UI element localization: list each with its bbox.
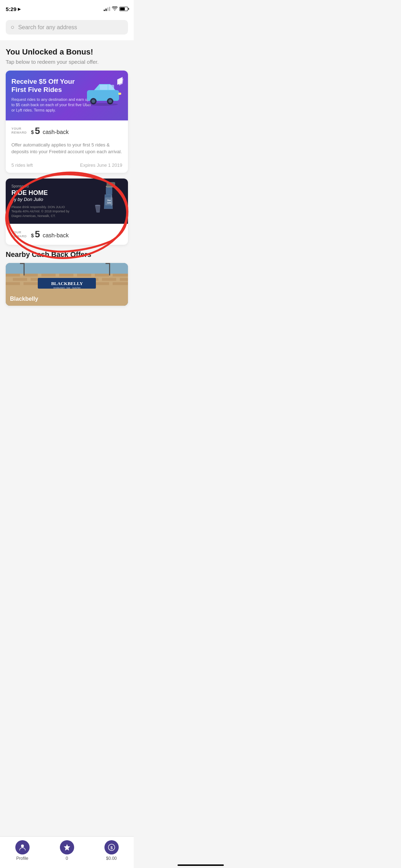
svg-rect-22 — [41, 274, 56, 277]
status-bar: 5:29 ▶ — [0, 0, 134, 16]
car-illustration — [83, 74, 128, 106]
donjulio-bottle: Don Julio — [92, 180, 124, 216]
svg-rect-1 — [100, 85, 108, 90]
rides-left: 5 rides left — [11, 162, 33, 168]
battery-icon — [119, 7, 128, 11]
svg-rect-20 — [6, 274, 20, 277]
freebird-banner-title: Receive $5 Off Your First Five Rides — [11, 78, 90, 94]
svg-rect-46 — [109, 263, 110, 275]
restaurant-name: Blackbelly — [10, 296, 38, 302]
svg-rect-32 — [102, 278, 116, 281]
svg-rect-11 — [107, 182, 115, 186]
svg-rect-35 — [24, 282, 38, 285]
search-placeholder: Search for any address — [18, 24, 77, 31]
svg-point-6 — [108, 99, 112, 103]
svg-rect-26 — [113, 274, 128, 277]
status-time: 5:29 — [6, 6, 16, 12]
main-content: You Unlocked a Bonus! Tap below to redee… — [0, 40, 134, 313]
donjulio-reward-amount: $ 5 cash-back — [31, 229, 69, 240]
donjulio-reward-card[interactable]: Sponsored RIDE HOME by by Don Julio Plea… — [6, 179, 128, 245]
svg-rect-21 — [24, 274, 38, 277]
freebird-banner-desc: Request rides to any destination and ear… — [11, 97, 93, 113]
search-bar[interactable]: ○ Search for any address — [6, 20, 128, 35]
wifi-icon — [112, 6, 118, 12]
svg-point-8 — [86, 103, 118, 106]
donjulio-banner: Sponsored RIDE HOME by by Don Julio Plea… — [6, 179, 128, 224]
svg-rect-2 — [108, 85, 114, 90]
location-icon: ▶ — [18, 7, 21, 11]
search-icon: ○ — [11, 24, 15, 31]
bonus-title: You Unlocked a Bonus! — [6, 47, 128, 57]
freebird-reward-amount: $ 5 cash-back — [31, 125, 69, 136]
svg-text:Don: Don — [107, 199, 111, 201]
svg-rect-40 — [113, 282, 128, 285]
svg-rect-23 — [59, 274, 73, 277]
restaurant-image: BLACKBELLY restaurant · bar · butcher Bl… — [6, 263, 128, 306]
freebird-footer: 5 rides left Expires June 1 2019 — [6, 160, 128, 173]
signal-bars — [104, 7, 110, 11]
donjulio-card-wrapper: Sponsored RIDE HOME by by Don Julio Plea… — [6, 179, 128, 245]
svg-rect-25 — [95, 274, 109, 277]
svg-rect-39 — [95, 282, 109, 285]
svg-rect-45 — [20, 263, 25, 264]
svg-rect-33 — [120, 278, 128, 281]
search-container: ○ Search for any address — [0, 16, 134, 40]
donjulio-reward-label: YOURREWARD — [11, 231, 27, 238]
freebird-banner: Receive $5 Off Your First Five Rides Req… — [6, 71, 128, 120]
freebird-reward-label: YOURREWARD — [11, 127, 27, 135]
bonus-subtitle: Tap below to redeem your special offer. — [6, 59, 128, 65]
svg-rect-16 — [111, 195, 112, 206]
freebird-reward-card[interactable]: Receive $5 Off Your First Five Rides Req… — [6, 71, 128, 173]
svg-rect-47 — [106, 263, 110, 264]
svg-rect-24 — [77, 274, 91, 277]
svg-text:restaurant · bar · butcher: restaurant · bar · butcher — [53, 286, 81, 289]
donjulio-reward-row: YOURREWARD $ 5 cash-back — [6, 224, 128, 245]
donjulio-disclaimer: Please drink responsibly. DON JULIO Tequ… — [11, 205, 76, 218]
freebird-reward-row: YOURREWARD $ 5 cash-back — [6, 120, 128, 141]
svg-point-9 — [95, 205, 100, 206]
svg-rect-34 — [6, 282, 20, 285]
nearby-title: Nearby Cash Back Offers — [6, 250, 128, 259]
svg-rect-27 — [13, 278, 27, 281]
blackbelly-card[interactable]: BLACKBELLY restaurant · bar · butcher Bl… — [6, 263, 128, 306]
svg-rect-7 — [118, 93, 121, 95]
svg-rect-12 — [106, 187, 112, 195]
expires-text: Expires June 1 2019 — [80, 162, 122, 168]
svg-point-4 — [92, 99, 95, 103]
svg-text:Julio: Julio — [107, 202, 111, 204]
status-icons — [104, 6, 128, 12]
freebird-description: Offer automatically applies to your firs… — [6, 141, 128, 160]
svg-rect-44 — [24, 263, 25, 275]
svg-text:BLACKBELLY: BLACKBELLY — [51, 281, 83, 286]
